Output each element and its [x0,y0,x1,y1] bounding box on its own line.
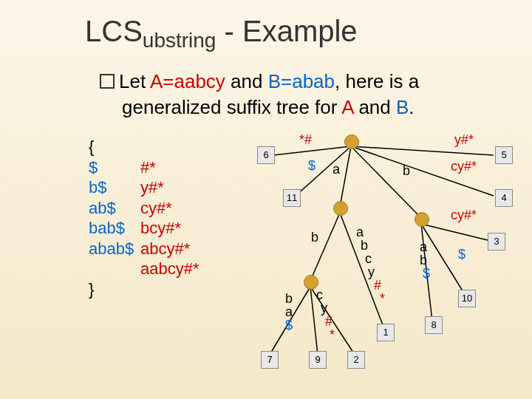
c: $ [285,318,293,332]
suffix-a: b$ [89,177,140,198]
c: * [380,291,385,306]
suffix-tree: 6 11 5 4 3 10 8 1 7 9 2 *# $ a b y#* cy#… [236,133,525,392]
tree-node-a [333,201,348,216]
edge-dollar: $ [308,159,316,172]
and-word: and [225,70,268,92]
edge-badollar: b a $ [267,292,293,332]
bullet-icon [100,74,115,89]
c: b [361,238,368,253]
suffix-a: abab$ [89,239,140,259]
edge-cyhs3: c y # * [316,288,335,341]
c: y [368,265,375,279]
leaf-1: 1 [377,324,395,341]
leaf-6: 6 [257,146,275,164]
leaf-3: 3 [488,233,505,250]
suffix-b: aabcy#* [140,259,200,279]
let-word: Let [119,70,150,92]
suffix-row: ab$cy#* [89,198,200,219]
brace-close: } [89,279,200,300]
suffix-b: cy#* [140,198,172,219]
suffix-row: $#* [89,157,200,178]
c: * [330,327,335,342]
suffix-row: abab$abcy#* [89,239,200,259]
suffix-list: { $#* b$y#* ab$cy#* bab$bcy#* abab$abcy#… [89,137,200,299]
A-letter: A [341,96,353,118]
edge-dollar2: $ [458,248,466,261]
suffix-row: b$y#* [89,177,200,198]
suffix-row: bab$bcy#* [89,218,200,239]
svg-line-0 [273,146,351,155]
suffix-b: bcy#* [140,218,181,239]
c: a [420,239,427,254]
edge-abdollar: a b $ [420,240,430,280]
c: # [374,278,381,293]
c: y [321,301,327,316]
bullet-line-2: generalized suffix tree for A and B. [122,96,415,119]
line2-a: generalized suffix tree for [122,96,341,118]
title-suffix: - Example [216,15,357,47]
suffix-a [89,259,140,279]
suffix-a: ab$ [89,198,140,219]
edge-starhash: *# [299,133,312,146]
tree-root [344,134,359,149]
edge-cyhs2: cy#* [451,208,477,222]
c: a [356,225,364,239]
c: a [285,304,293,319]
svg-line-13 [421,224,488,240]
leaf-7: 7 [261,351,279,369]
dot: . [409,96,414,118]
edge-b: b [403,164,410,177]
suffix-b: y#* [140,177,164,198]
suffix-a: $ [89,157,140,178]
b-equals: B=abab [268,70,335,92]
edge-abcyhs: a b c y # * [356,225,385,305]
title-sub: ubstring [143,29,216,52]
B-letter: B [396,96,409,118]
c: c [316,287,323,302]
and2: and [353,96,396,118]
leaf-5: 5 [495,146,513,164]
tail-text: , here is a [335,70,419,92]
suffix-a: bab$ [89,218,140,239]
edge-cyhs: cy#* [451,160,477,173]
leaf-10: 10 [458,290,476,307]
leaf-4: 4 [495,189,513,207]
leaf-11: 11 [283,189,301,207]
tree-node-b [415,212,429,227]
c: c [365,251,372,266]
leaf-9: 9 [309,351,327,369]
title-prefix: LCS [85,15,143,47]
slide-title: LCSubstring - Example [85,15,358,48]
leaf-2: 2 [347,351,365,369]
svg-line-1 [296,146,351,196]
svg-line-6 [310,213,340,281]
suffix-b: #* [140,157,156,178]
edge-a: a [332,163,340,176]
edge-yhs: y#* [454,133,474,146]
edge-b2: b [311,231,318,244]
c: # [325,314,332,329]
leaf-8: 8 [425,316,443,334]
c: b [420,253,427,267]
brace-open: { [89,137,200,157]
a-equals: A=aabcy [150,70,225,92]
suffix-row: aabcy#* [89,259,200,279]
suffix-b: abcy#* [140,239,190,259]
c: b [285,291,293,306]
svg-line-3 [351,146,421,218]
bullet-line-1: Let A=aabcy and B=abab, here is a [100,70,419,93]
c: $ [423,266,430,281]
